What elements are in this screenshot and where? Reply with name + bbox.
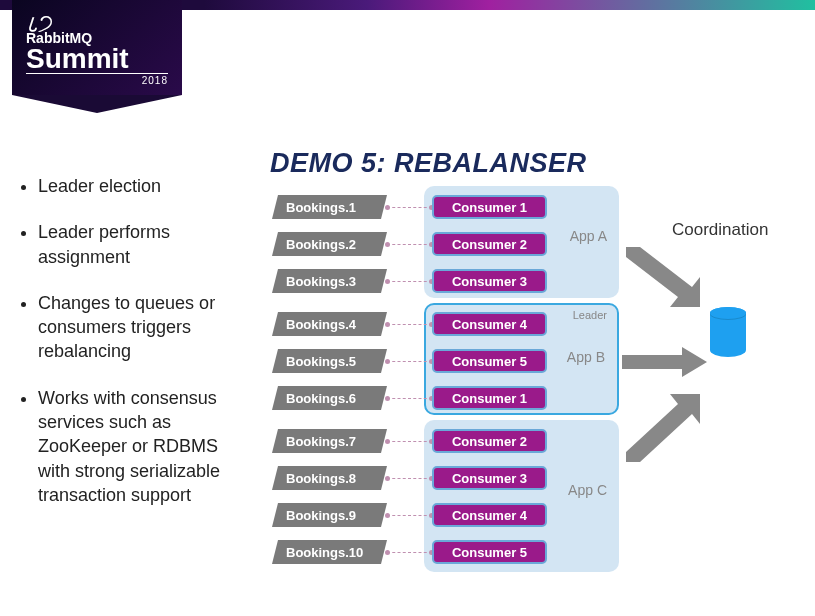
queue-consumer-link: [387, 552, 432, 553]
queue-box: Bookings.9: [272, 503, 387, 527]
consumer-box: Consumer 2: [432, 232, 547, 256]
database-icon: [710, 307, 746, 359]
queue-box: Bookings.6: [272, 386, 387, 410]
queue-box: Bookings.5: [272, 349, 387, 373]
arrow-icon: [622, 392, 702, 462]
slide-title: DEMO 5: REBALANSER: [270, 148, 587, 179]
svg-marker-1: [622, 347, 707, 377]
coordination-label: Coordination: [672, 220, 768, 240]
consumer-box: Consumer 4: [432, 503, 547, 527]
queue-consumer-link: [387, 244, 432, 245]
app-c-label: App C: [568, 482, 607, 498]
queue-box: Bookings.3: [272, 269, 387, 293]
bullet-item: Changes to queues or consumers triggers …: [38, 291, 248, 364]
queue-box: Bookings.7: [272, 429, 387, 453]
svg-marker-2: [626, 394, 700, 462]
queue-consumer-link: [387, 515, 432, 516]
consumer-box: Consumer 1: [432, 386, 547, 410]
app-b-label: App B: [567, 349, 605, 365]
consumer-box: Consumer 1: [432, 195, 547, 219]
logo-banner: ८੭ RabbitMQ Summit 2018: [12, 0, 182, 95]
logo-event: Summit: [26, 46, 168, 71]
queue-consumer-link: [387, 281, 432, 282]
queue-consumer-link: [387, 361, 432, 362]
arrow-icon: [622, 347, 707, 377]
queue-consumer-link: [387, 324, 432, 325]
queue-box: Bookings.4: [272, 312, 387, 336]
queue-box: Bookings.10: [272, 540, 387, 564]
consumer-box: Consumer 5: [432, 349, 547, 373]
queue-consumer-link: [387, 478, 432, 479]
bullet-item: Works with consensus services such as Zo…: [38, 386, 248, 507]
queue-box: Bookings.1: [272, 195, 387, 219]
arrow-icon: [622, 247, 702, 307]
leader-label: Leader: [573, 309, 607, 321]
queue-box: Bookings.2: [272, 232, 387, 256]
consumer-box: Consumer 3: [432, 269, 547, 293]
bullet-list: Leader election Leader performs assignme…: [20, 174, 248, 529]
architecture-diagram: App A Leader App B App C Bookings.1 Cons…: [272, 192, 792, 592]
svg-marker-0: [626, 247, 700, 307]
queue-box: Bookings.8: [272, 466, 387, 490]
consumer-box: Consumer 2: [432, 429, 547, 453]
queue-consumer-link: [387, 207, 432, 208]
bullet-item: Leader election: [38, 174, 248, 198]
consumer-box: Consumer 4: [432, 312, 547, 336]
consumer-box: Consumer 3: [432, 466, 547, 490]
consumer-box: Consumer 5: [432, 540, 547, 564]
queue-consumer-link: [387, 398, 432, 399]
bullet-item: Leader performs assignment: [38, 220, 248, 269]
queue-consumer-link: [387, 441, 432, 442]
app-a-label: App A: [570, 228, 607, 244]
logo-year: 2018: [26, 73, 168, 86]
rabbit-ears-icon: ८੭: [26, 18, 168, 30]
